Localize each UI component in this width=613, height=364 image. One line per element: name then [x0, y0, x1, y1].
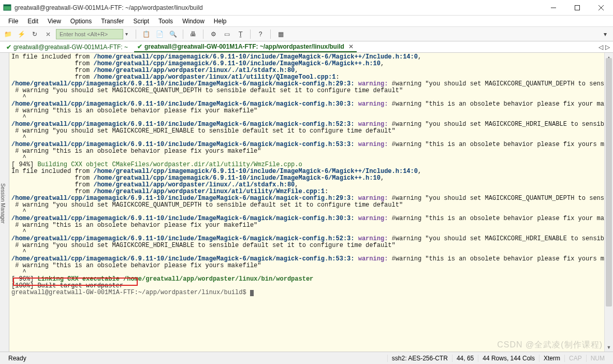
check-icon: ✔ [6, 43, 11, 51]
session-manager-panel[interactable]: Session Manager [0, 53, 9, 352]
tab-label: greatwall@greatwall-GW-001M1A-FTF: ~ [13, 43, 128, 51]
watermark: CSDN @全武凌(制作课程) [497, 340, 603, 351]
window-controls [542, 0, 613, 16]
status-cursor: 44, 65 [452, 355, 478, 362]
maximize-button[interactable] [565, 0, 589, 16]
tab-next-icon[interactable]: ▷ [605, 43, 610, 51]
find-icon[interactable]: 🔍 [167, 28, 179, 40]
session-options-icon[interactable]: ▭ [221, 28, 232, 40]
window-title: greatwall@greatwall-GW-001M1A-FTF: ~/app… [14, 4, 542, 11]
check-icon: ✔ [137, 43, 142, 50]
status-cipher: ssh2: AES-256-CTR [387, 355, 452, 362]
svg-rect-1 [4, 5, 11, 6]
status-num: NUM [586, 355, 609, 362]
session-tabs: ✔ greatwall@greatwall-GW-001M1A-FTF: ~ ✔… [0, 41, 613, 53]
menu-edit[interactable]: Edit [23, 17, 42, 26]
session-manager-icon[interactable]: 📁 [2, 28, 13, 40]
svg-rect-3 [575, 5, 580, 10]
status-ready: Ready [4, 355, 31, 362]
window-titlebar: greatwall@greatwall-GW-001M1A-FTF: ~/app… [0, 0, 613, 16]
menu-transfer[interactable]: Transfer [97, 17, 128, 26]
keymap-icon[interactable]: Ṯ [235, 28, 246, 40]
status-caps: CAP [564, 355, 586, 362]
print-icon[interactable]: 🖶 [187, 28, 199, 40]
disconnect-icon[interactable]: ⤫ [42, 28, 54, 40]
tab-label: greatwall@greatwall-GW-001M1A-FTF: ~/app… [144, 43, 344, 50]
menu-window[interactable]: Window [178, 17, 209, 26]
scrollbar-thumb[interactable] [606, 58, 612, 307]
quick-connect-icon[interactable]: ⚡ [16, 28, 27, 40]
scroll-down-icon[interactable]: ▼ [605, 343, 613, 352]
menu-help[interactable]: Help [210, 17, 231, 26]
main-area: Session Manager In file included from /h… [0, 53, 613, 352]
terminal-output[interactable]: In file included from /home/greatwall/cp… [9, 53, 604, 352]
menu-script[interactable]: Script [129, 17, 153, 26]
minimize-button[interactable] [542, 0, 565, 16]
menubar: File Edit View Options Transfer Script T… [0, 16, 613, 27]
toggle-icon[interactable]: ▦ [275, 28, 286, 40]
statusbar: Ready ssh2: AES-256-CTR 44, 65 44 Rows, … [0, 352, 613, 364]
session-tab-2[interactable]: ✔ greatwall@greatwall-GW-001M1A-FTF: ~/a… [134, 42, 357, 52]
menu-tools[interactable]: Tools [154, 17, 177, 26]
help-icon[interactable]: ? [255, 28, 266, 40]
menu-options[interactable]: Options [66, 17, 96, 26]
menu-view[interactable]: View [43, 17, 65, 26]
reconnect-icon[interactable]: ↻ [29, 28, 40, 40]
paste-icon[interactable]: 📄 [154, 28, 165, 40]
copy-icon[interactable]: 📋 [140, 28, 152, 40]
tab-prev-icon[interactable]: ◁ [599, 43, 603, 51]
app-icon [3, 4, 11, 12]
menu-file[interactable]: File [4, 17, 22, 26]
toolbar-overflow-icon[interactable]: ▾ [600, 28, 611, 40]
close-button[interactable] [589, 0, 613, 16]
host-input[interactable]: Enter host <Alt+R> [56, 29, 123, 39]
tab-close-icon[interactable]: ✕ [348, 43, 354, 50]
tabs-nav: ◁ ▷ [599, 43, 610, 51]
host-dropdown-icon[interactable]: ▾ [125, 31, 132, 37]
status-term: Xterm [539, 355, 564, 362]
status-size: 44 Rows, 144 Cols [478, 355, 539, 362]
toolbar: 📁 ⚡ ↻ ⤫ Enter host <Alt+R> ▾ 📋 📄 🔍 🖶 ⚙ ▭… [0, 27, 613, 41]
settings-icon[interactable]: ⚙ [208, 28, 219, 40]
vertical-scrollbar[interactable]: ▲ ▼ [604, 53, 613, 352]
session-tab-1[interactable]: ✔ greatwall@greatwall-GW-001M1A-FTF: ~ [3, 42, 131, 52]
